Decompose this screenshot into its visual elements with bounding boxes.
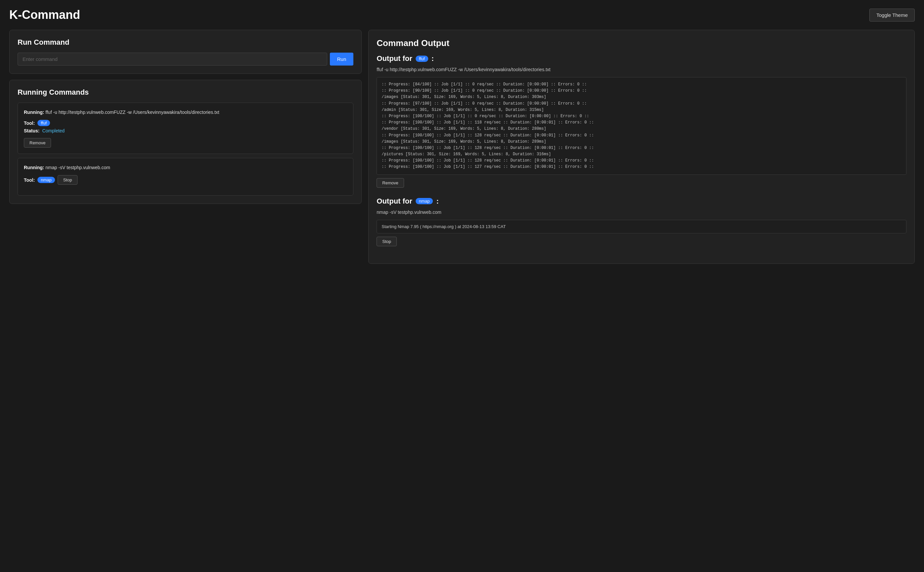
- ffuf-command-label: Running: ffuf -u http://testphp.vulnweb.…: [24, 109, 347, 116]
- ffuf-tool-badge: ffuf: [37, 120, 50, 126]
- ffuf-status-row: Status: Completed: [24, 128, 347, 134]
- ffuf-tool-status-row: Tool: ffuf Status: Completed: [24, 120, 347, 134]
- ffuf-running-bold: Running:: [24, 110, 44, 115]
- nmap-output-section: Output for nmap : nmap -sV testphp.vulnw…: [376, 197, 907, 246]
- command-output-panel: Command Output Output for ffuf : ffuf -u…: [368, 30, 915, 264]
- ffuf-output-log: :: Progress: [84/100] :: Job [1/1] :: 0 …: [376, 77, 907, 175]
- ffuf-output-for-label: Output for: [376, 54, 412, 63]
- running-item-ffuf: Running: ffuf -u http://testphp.vulnweb.…: [17, 103, 353, 154]
- ffuf-output-badge: ffuf: [415, 56, 428, 62]
- ffuf-command-text: ffuf -u http://testphp.vulnweb.comFUZZ -…: [45, 110, 219, 115]
- nmap-tool-label: Tool:: [24, 177, 35, 183]
- nmap-command-text: nmap -sV testphp.vulnweb.com: [45, 165, 110, 170]
- command-output-title: Command Output: [376, 38, 907, 48]
- nmap-output-stop-button[interactable]: Stop: [376, 237, 397, 246]
- main-layout: Run Command Run Running Commands Running…: [9, 30, 915, 264]
- command-input[interactable]: [17, 53, 327, 65]
- run-command-row: Run: [17, 53, 353, 65]
- nmap-output-log: Starting Nmap 7.95 ( https://nmap.org ) …: [376, 220, 907, 233]
- toggle-theme-button[interactable]: Toggle Theme: [870, 9, 915, 22]
- nmap-tool-row: Tool: nmap Stop: [24, 175, 347, 185]
- ffuf-status-text: Completed: [42, 128, 65, 134]
- ffuf-output-header: Output for ffuf :: [376, 54, 907, 63]
- nmap-output-colon: :: [436, 197, 439, 205]
- nmap-tool-badge: nmap: [37, 177, 55, 183]
- app-header: K-Command Toggle Theme: [9, 8, 915, 22]
- nmap-output-badge: nmap: [415, 198, 433, 204]
- ffuf-output-section: Output for ffuf : ffuf -u http://testphp…: [376, 54, 907, 188]
- nmap-running-stop-button[interactable]: Stop: [58, 175, 78, 185]
- ffuf-remove-button[interactable]: Remove: [24, 138, 51, 148]
- run-command-panel: Run Command Run: [9, 30, 362, 74]
- nmap-running-bold: Running:: [24, 165, 44, 170]
- ffuf-output-colon: :: [431, 54, 434, 63]
- nmap-output-for-label: Output for: [376, 197, 412, 205]
- running-item-nmap: Running: nmap -sV testphp.vulnweb.com To…: [17, 158, 353, 196]
- running-commands-panel: Running Commands Running: ffuf -u http:/…: [9, 80, 362, 204]
- run-button[interactable]: Run: [330, 53, 354, 65]
- ffuf-tool-label: Tool:: [24, 120, 35, 126]
- running-commands-title: Running Commands: [17, 88, 353, 97]
- ffuf-output-command-text: ffuf -u http://testphp.vulnweb.comFUZZ -…: [376, 66, 907, 73]
- nmap-output-command-text: nmap -sV testphp.vulnweb.com: [376, 209, 907, 216]
- nmap-tool-status-row: Tool: nmap Stop: [24, 175, 347, 185]
- run-command-title: Run Command: [17, 38, 353, 47]
- left-column: Run Command Run Running Commands Running…: [9, 30, 362, 204]
- nmap-command-label: Running: nmap -sV testphp.vulnweb.com: [24, 164, 347, 171]
- nmap-output-header: Output for nmap :: [376, 197, 907, 205]
- app-title: K-Command: [9, 8, 80, 22]
- ffuf-status-label: Status:: [24, 128, 39, 134]
- ffuf-output-remove-button[interactable]: Remove: [376, 178, 404, 188]
- ffuf-tool-row: Tool: ffuf: [24, 120, 347, 126]
